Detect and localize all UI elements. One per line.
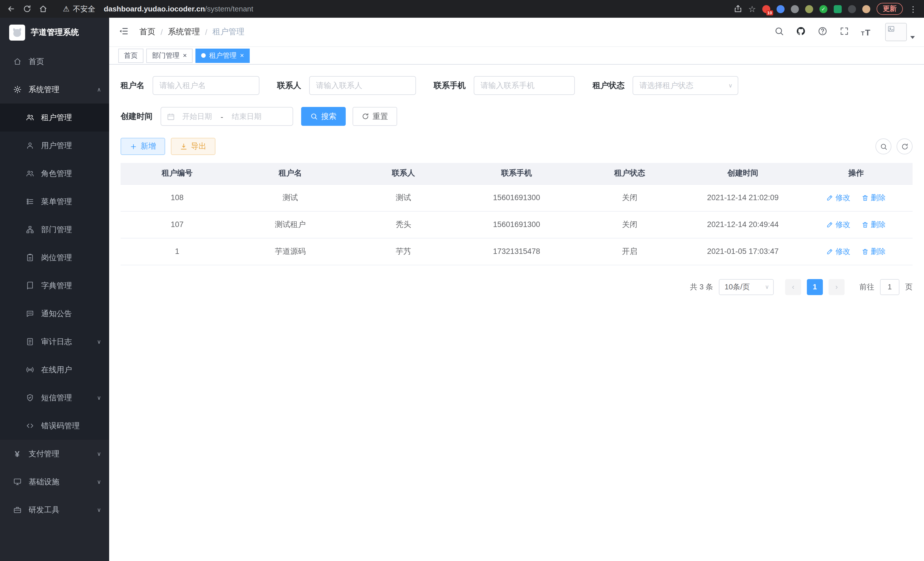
column-header: 创建时间	[686, 163, 800, 184]
breadcrumb: 首页 / 系统管理 / 租户管理	[140, 27, 244, 37]
delete-button[interactable]: 删除	[862, 193, 886, 203]
sidebar-item-error-code-management[interactable]: 错误码管理	[0, 412, 109, 440]
goto-page-input[interactable]	[880, 279, 899, 295]
calendar-icon	[167, 112, 175, 120]
breadcrumb-item[interactable]: 首页	[140, 27, 155, 37]
dev-tools-icon	[13, 505, 22, 514]
status-select[interactable]: 请选择租户状态 ∨	[633, 76, 738, 95]
sidebar-item-post-management[interactable]: 岗位管理	[0, 244, 109, 272]
sidebar-item-user-management[interactable]: 用户管理	[0, 132, 109, 159]
back-icon[interactable]	[7, 5, 15, 13]
profile-avatar-icon[interactable]	[862, 5, 870, 13]
filter-create-time: 创建时间 -	[121, 107, 293, 126]
chevron-down-icon: ∨	[728, 82, 733, 89]
topbar: 首页 / 系统管理 / 租户管理 TT	[109, 18, 924, 47]
address-bar[interactable]: dashboard.yudao.iocoder.cn/system/tenant	[104, 5, 253, 13]
infrastructure-icon	[13, 478, 22, 486]
page-size-select[interactable]: 10条/页 ∨	[719, 279, 774, 295]
filter-phone: 联系手机	[434, 76, 575, 95]
warning-icon: ⚠	[63, 5, 69, 13]
breadcrumb-item: 系统管理	[168, 27, 200, 37]
github-icon[interactable]	[796, 26, 806, 38]
column-header: 联系手机	[460, 163, 573, 184]
browser-menu-icon[interactable]: ⋮	[909, 4, 917, 14]
sidebar-item-department-management[interactable]: 部门管理	[0, 216, 109, 244]
extension-icon[interactable]	[777, 5, 784, 13]
sidebar-item-tenant-management[interactable]: 租户管理	[0, 104, 109, 132]
search-icon[interactable]	[774, 26, 784, 38]
refresh-icon[interactable]	[23, 5, 32, 13]
url-path: /system/tenant	[205, 5, 253, 13]
tags-view: 首页 部门管理 × 租户管理 ×	[109, 47, 924, 65]
extension-icon[interactable]	[834, 5, 842, 13]
sidebar-item-home[interactable]: 首页	[0, 47, 109, 75]
prev-page-button[interactable]: ‹	[785, 279, 801, 295]
table-toolbar: 新增 导出	[121, 138, 913, 155]
sidebar-item-online-users[interactable]: 在线用户	[0, 356, 109, 384]
edit-button[interactable]: 修改	[826, 193, 850, 203]
end-date-input[interactable]	[227, 112, 266, 121]
sidebar-item-audit-log[interactable]: 审计日志 ∨	[0, 328, 109, 356]
sidebar-item-infrastructure[interactable]: 基础设施 ∨	[0, 468, 109, 496]
extensions-puzzle-icon[interactable]	[848, 5, 856, 13]
status-label: 租户状态	[592, 80, 625, 91]
delete-button[interactable]: 删除	[862, 219, 886, 230]
filter-row-1: 租户名 联系人 联系手机 租户状态 请选择租户状态	[121, 76, 913, 95]
search-button[interactable]: 搜索	[301, 107, 346, 126]
export-button[interactable]: 导出	[171, 138, 215, 155]
table-row: 108 测试 测试 15601691300 关闭 2021-12-14 21:0…	[121, 184, 913, 211]
edit-button[interactable]: 修改	[826, 219, 850, 230]
fullscreen-icon[interactable]	[839, 26, 849, 38]
phone-input[interactable]	[474, 76, 575, 95]
share-icon[interactable]	[734, 5, 742, 13]
user-menu[interactable]	[885, 23, 915, 41]
chevron-down-icon: ∨	[97, 507, 101, 513]
chevron-down-icon: ∨	[97, 395, 101, 401]
security-chip[interactable]: ⚠ 不安全	[63, 4, 95, 14]
hide-search-button[interactable]	[875, 138, 891, 154]
create-time-label: 创建时间	[121, 111, 153, 122]
main: 首页 / 系统管理 / 租户管理 TT	[109, 18, 924, 561]
close-icon[interactable]: ×	[240, 52, 244, 59]
help-icon[interactable]	[818, 26, 827, 38]
system-management-submenu: 租户管理 用户管理 角色管理 菜单管理	[0, 104, 109, 440]
sidebar-item-payment-management[interactable]: ¥ 支付管理 ∨	[0, 440, 109, 468]
edit-button[interactable]: 修改	[826, 246, 850, 256]
extension-icon[interactable]	[791, 5, 799, 13]
tenant-name-input[interactable]	[153, 76, 260, 95]
add-button[interactable]: 新增	[121, 138, 165, 155]
table-header-row: 租户编号 租户名 联系人 联系手机 租户状态 创建时间 操作	[121, 163, 913, 184]
sidebar-item-sms-management[interactable]: 短信管理 ∨	[0, 384, 109, 412]
refresh-table-button[interactable]	[897, 138, 913, 154]
close-icon[interactable]: ×	[183, 52, 187, 59]
date-range-picker[interactable]: -	[160, 107, 293, 126]
sidebar-item-role-management[interactable]: 角色管理	[0, 159, 109, 188]
url-host: dashboard.yudao.iocoder.cn	[104, 5, 205, 13]
sidebar-item-dict-management[interactable]: 字典管理	[0, 272, 109, 300]
tab-home[interactable]: 首页	[118, 48, 143, 63]
audit-log-icon	[25, 337, 34, 346]
delete-button[interactable]: 删除	[862, 246, 886, 256]
sidebar-item-dev-tools[interactable]: 研发工具 ∨	[0, 496, 109, 524]
bookmark-star-icon[interactable]: ☆	[748, 5, 756, 13]
page-number-1[interactable]: 1	[807, 279, 823, 295]
sidebar-item-system-management[interactable]: 系统管理 ∧	[0, 75, 109, 104]
start-date-input[interactable]	[178, 112, 217, 121]
reset-button[interactable]: 重置	[352, 107, 397, 126]
logo[interactable]: 芋道管理系统	[0, 18, 109, 47]
browser-home-icon[interactable]	[39, 5, 47, 13]
font-size-icon[interactable]: TT	[861, 27, 871, 37]
post-badge-icon	[25, 253, 34, 262]
extension-icon[interactable]: 10	[762, 5, 770, 13]
dictionary-icon	[25, 281, 34, 290]
next-page-button[interactable]: ›	[829, 279, 844, 295]
extension-icon[interactable]	[805, 5, 813, 13]
extension-icon[interactable]: ✓	[819, 5, 827, 13]
contact-input[interactable]	[309, 76, 416, 95]
tab-department-management[interactable]: 部门管理 ×	[146, 48, 193, 63]
collapse-sidebar-icon[interactable]	[118, 26, 129, 38]
sidebar-item-menu-management[interactable]: 菜单管理	[0, 188, 109, 216]
tab-tenant-management[interactable]: 租户管理 ×	[195, 48, 250, 63]
sidebar-item-notice[interactable]: 通知公告	[0, 300, 109, 328]
update-button[interactable]: 更新	[877, 3, 903, 15]
